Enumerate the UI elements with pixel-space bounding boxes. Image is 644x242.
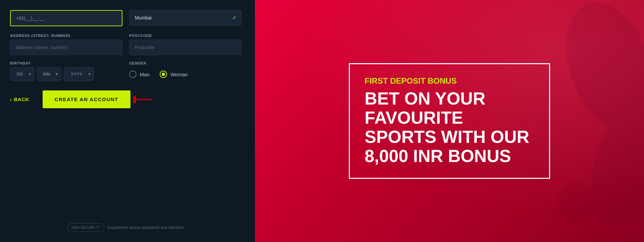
promo-subtitle: First Deposit Bonus bbox=[365, 76, 534, 86]
address-postcode-row: ADDRESS (STREET, NUMBER) POSTCODE bbox=[10, 34, 241, 55]
birthday-gender-row: BIRTHDAY DD ▼ MM ▼ bbox=[10, 61, 241, 81]
postcode-input[interactable] bbox=[129, 40, 241, 55]
secure-description: Experience secure payments and transfers bbox=[108, 225, 184, 230]
gender-label: GENDER bbox=[129, 61, 241, 65]
secure-row: 100% SECURE 🛡 Experience secure payments… bbox=[10, 223, 241, 232]
promo-arrow bbox=[133, 95, 153, 104]
promo-panel: First Deposit Bonus BET ON YOUR FAVOURIT… bbox=[255, 0, 644, 242]
phone-group bbox=[10, 10, 122, 26]
secure-badge-text: 100% SECURE bbox=[71, 226, 95, 230]
create-account-wrapper: CREATE AN ACCOUNT bbox=[43, 90, 130, 108]
postcode-group: POSTCODE bbox=[129, 34, 241, 55]
yyyy-select-wrapper: YYYY ▼ bbox=[64, 67, 94, 81]
create-account-button[interactable]: CREATE AN ACCOUNT bbox=[43, 90, 130, 108]
yyyy-select[interactable]: YYYY bbox=[64, 67, 94, 81]
address-group: ADDRESS (STREET, NUMBER) bbox=[10, 34, 122, 55]
svg-point-4 bbox=[557, 182, 597, 222]
gender-man-option[interactable]: Man bbox=[129, 71, 150, 78]
gender-woman-option[interactable]: Woman bbox=[160, 71, 187, 78]
birthday-label: BIRTHDAY bbox=[10, 61, 122, 65]
back-button[interactable]: ‹ BACK bbox=[10, 96, 29, 102]
woman-radio-circle[interactable] bbox=[160, 71, 167, 78]
actions-row: ‹ BACK CREATE AN ACCOUNT bbox=[10, 90, 241, 108]
secure-badge: 100% SECURE 🛡 bbox=[67, 223, 104, 232]
city-group: ✓ bbox=[129, 10, 241, 26]
shield-icon: 🛡 bbox=[96, 225, 101, 230]
birthday-selects: DD ▼ MM ▼ YYYY ▼ bbox=[10, 67, 122, 81]
man-radio-circle[interactable] bbox=[129, 71, 137, 78]
form-section: ✓ ADDRESS (STREET, NUMBER) POSTCODE BIRT… bbox=[10, 10, 241, 108]
postcode-label: POSTCODE bbox=[129, 34, 241, 38]
registration-form-panel: ✓ ADDRESS (STREET, NUMBER) POSTCODE BIRT… bbox=[0, 0, 255, 242]
man-radio-label: Man bbox=[140, 72, 150, 77]
address-label: ADDRESS (STREET, NUMBER) bbox=[10, 34, 122, 38]
city-check-icon: ✓ bbox=[232, 14, 237, 22]
phone-input[interactable] bbox=[10, 10, 122, 26]
dd-select-wrapper: DD ▼ bbox=[10, 67, 34, 81]
phone-city-row: ✓ bbox=[10, 10, 241, 26]
promo-box: First Deposit Bonus BET ON YOUR FAVOURIT… bbox=[349, 63, 550, 179]
mm-select-wrapper: MM ▼ bbox=[37, 67, 61, 81]
city-input[interactable] bbox=[129, 10, 241, 26]
city-input-wrapper: ✓ bbox=[129, 10, 241, 26]
birthday-group: BIRTHDAY DD ▼ MM ▼ bbox=[10, 61, 122, 81]
promo-title: BET ON YOUR FAVOURITE SPORTS WITH OUR 8,… bbox=[365, 89, 534, 166]
gender-group: GENDER Man Woman bbox=[129, 61, 241, 81]
address-input[interactable] bbox=[10, 40, 122, 55]
mm-select[interactable]: MM bbox=[37, 67, 61, 81]
back-label: BACK bbox=[14, 96, 29, 102]
woman-radio-label: Woman bbox=[170, 72, 187, 77]
gender-options: Man Woman bbox=[129, 67, 241, 78]
dd-select[interactable]: DD bbox=[10, 67, 34, 81]
back-arrow-icon: ‹ bbox=[10, 96, 12, 102]
